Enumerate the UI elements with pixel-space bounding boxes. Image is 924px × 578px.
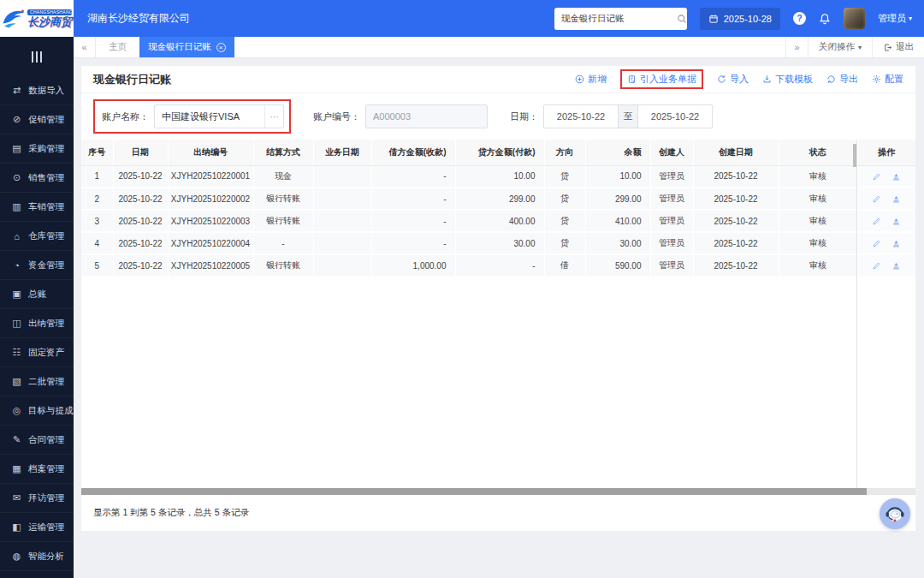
sidebar-item-smart-analysis[interactable]: ◍智能分析	[0, 542, 74, 571]
cell-ops	[857, 232, 915, 254]
cashier-icon: ◫	[11, 318, 22, 329]
tab-cash-bank-journal[interactable]: 现金银行日记账 ×	[139, 37, 234, 57]
sidebar-item-label: 出纳管理	[28, 318, 64, 330]
cell-date: 2025-10-22	[113, 210, 168, 232]
sidebar-item-fixed-assets[interactable]: ☷固定资产	[0, 338, 74, 367]
row-edit-button[interactable]	[872, 239, 881, 248]
row-edit-button[interactable]	[872, 217, 881, 226]
row-audit-button[interactable]	[891, 239, 901, 248]
sidebar-item-visit[interactable]: ✉拜访管理	[0, 484, 74, 513]
user-menu[interactable]: 管理员 ▾	[878, 12, 912, 25]
vehicle-sales-icon: ▥	[11, 201, 22, 212]
sidebar-menu: ⇄数据导入⊘促销管理▤采购管理⊙销售管理▥车销管理⌂仓库管理◔资金管理▣总账◫出…	[0, 76, 74, 571]
cell-balance: 590.00	[585, 254, 650, 277]
vertical-scrollbar-thumb[interactable]	[853, 144, 856, 167]
date-range-picker[interactable]: 至	[543, 104, 713, 128]
download-template-button[interactable]: 下载模板	[762, 73, 813, 86]
sidebar-item-label: 拜访管理	[28, 492, 64, 504]
cell-created_date: 2025-10-22	[693, 254, 779, 277]
sidebar-item-cashier[interactable]: ◫出纳管理	[0, 309, 74, 338]
cell-direction: 贷	[544, 210, 585, 232]
sidebar-item-label: 二批管理	[28, 376, 64, 388]
export-button[interactable]: 导出	[826, 73, 858, 86]
sidebar-item-label: 智能分析	[28, 551, 64, 563]
assistant-robot-button[interactable]	[880, 498, 910, 529]
account-no-input	[365, 104, 488, 128]
column-header: 方向	[544, 140, 585, 165]
tab-close-icon[interactable]: ×	[216, 43, 226, 52]
cell-voucher_no: XJYH202510220003	[168, 210, 253, 232]
sidebar-item-sales[interactable]: ⊙销售管理	[0, 164, 74, 193]
row-edit-button[interactable]	[872, 194, 881, 204]
sidebar-item-vehicle-sales[interactable]: ▥车销管理	[0, 193, 74, 222]
row-audit-button[interactable]	[891, 217, 901, 226]
account-name-input[interactable]	[155, 105, 264, 128]
column-header: 业务日期	[313, 140, 371, 165]
search-input[interactable]	[561, 14, 677, 24]
toolbar-button-label: 引入业务单据	[640, 73, 696, 86]
sidebar-item-target-commission[interactable]: ◎目标与提成	[0, 396, 74, 426]
row-audit-button[interactable]	[891, 194, 901, 204]
sidebar-item-warehouse[interactable]: ⌂仓库管理	[0, 222, 74, 251]
global-search[interactable]	[554, 8, 687, 30]
tabs-scroll-left-icon[interactable]: «	[74, 37, 96, 57]
row-audit-button[interactable]	[891, 261, 901, 271]
top-header: CHANGSHASHANGMAO 长沙商贸 湖南长沙经贸有限公司 2025-10…	[0, 0, 924, 37]
import-button[interactable]: 导入	[717, 73, 749, 86]
cell-creator: 管理员	[650, 254, 693, 277]
column-header: 创建日期	[693, 140, 779, 165]
sidebar-item-label: 合同管理	[28, 434, 64, 446]
sidebar-item-data-import[interactable]: ⇄数据导入	[0, 76, 74, 105]
header-date-chip[interactable]: 2025-10-28	[700, 8, 780, 30]
bell-icon[interactable]	[819, 13, 831, 25]
search-icon[interactable]	[677, 14, 687, 24]
cell-seq: 5	[81, 254, 113, 277]
sidebar: ⇄数据导入⊘促销管理▤采购管理⊙销售管理▥车销管理⌂仓库管理◔资金管理▣总账◫出…	[0, 37, 74, 578]
horizontal-scrollbar-thumb[interactable]	[81, 488, 867, 495]
user-avatar[interactable]	[844, 8, 865, 29]
exit-button[interactable]: 退出	[872, 37, 924, 57]
config-button[interactable]: 配置	[872, 73, 903, 86]
column-header: 余额	[585, 140, 650, 165]
cell-biz_date	[313, 188, 371, 210]
sidebar-item-secondary-batch[interactable]: ▧二批管理	[0, 367, 74, 396]
cell-balance: 410.00	[585, 210, 650, 232]
data-import-icon: ⇄	[11, 85, 22, 96]
cell-direction: 贷	[544, 188, 585, 210]
sidebar-item-contract[interactable]: ✎合同管理	[0, 426, 74, 455]
plus-circle-icon	[575, 74, 584, 84]
account-name-more-button[interactable]: ···	[264, 105, 283, 128]
row-audit-button[interactable]	[891, 172, 901, 182]
row-edit-button[interactable]	[872, 261, 881, 271]
logo-title: 长沙商贸	[27, 15, 72, 28]
cell-created_date: 2025-10-22	[693, 165, 779, 188]
date-range-label: 日期：	[510, 110, 538, 123]
tab-home[interactable]: 主页	[96, 37, 139, 57]
cell-seq: 4	[81, 232, 113, 254]
cell-balance: 30.00	[585, 232, 650, 254]
help-icon[interactable]: ?	[793, 12, 806, 25]
add-button[interactable]: 新增	[575, 73, 607, 86]
horizontal-scrollbar[interactable]	[81, 488, 915, 495]
cell-settle_method: -	[253, 232, 313, 254]
sidebar-item-promotion[interactable]: ⊘促销管理	[0, 105, 74, 134]
toolbar-button-label: 下载模板	[775, 73, 813, 86]
cell-debit: -	[371, 232, 455, 254]
sidebar-item-general-ledger[interactable]: ▣总账	[0, 280, 74, 309]
date-from-input[interactable]	[544, 105, 618, 128]
page-toolbar: 新增引入业务单据导入下载模板导出配置	[575, 69, 903, 89]
secondary-batch-icon: ▧	[11, 376, 22, 387]
tabs-scroll-right-icon[interactable]: »	[785, 37, 808, 57]
sidebar-item-archive[interactable]: ▦档案管理	[0, 455, 74, 484]
sidebar-item-label: 采购管理	[28, 143, 64, 155]
sidebar-item-funds[interactable]: ◔资金管理	[0, 251, 74, 280]
import-business-doc-button[interactable]: 引入业务单据	[620, 69, 703, 89]
close-operations-dropdown[interactable]: 关闭操作 ▾	[808, 37, 872, 57]
date-to-input[interactable]	[638, 105, 712, 128]
cell-biz_date	[313, 165, 371, 188]
sidebar-item-purchase[interactable]: ▤采购管理	[0, 134, 74, 164]
fixed-assets-icon: ☷	[11, 347, 22, 358]
sidebar-collapse-button[interactable]	[0, 37, 74, 76]
row-edit-button[interactable]	[872, 172, 881, 182]
sidebar-item-transport[interactable]: ◧运输管理	[0, 513, 74, 542]
